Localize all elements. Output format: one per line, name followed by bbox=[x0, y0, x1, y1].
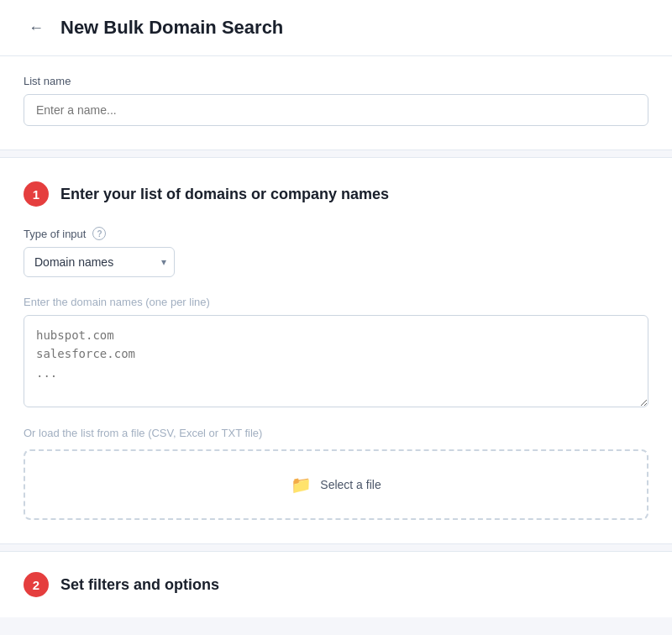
file-load-label: Or load the list from a file bbox=[24, 427, 145, 439]
input-type-label: Type of input bbox=[24, 228, 86, 240]
step1-section: 1 Enter your list of domains or company … bbox=[0, 157, 672, 544]
back-button[interactable]: ← bbox=[24, 18, 49, 39]
file-select-label: Select a file bbox=[320, 478, 381, 491]
page-title: New Bulk Domain Search bbox=[60, 17, 283, 39]
dropdown-wrapper: Domain names Company names ▾ bbox=[24, 247, 648, 277]
domain-names-label-row: Enter the domain names (one per line) bbox=[24, 296, 648, 308]
domain-names-qualifier: (one per line) bbox=[145, 296, 210, 308]
step1-header: 1 Enter your list of domains or company … bbox=[24, 181, 648, 207]
step2-title: Set filters and options bbox=[60, 576, 219, 594]
input-type-dropdown[interactable]: Domain names Company names bbox=[24, 247, 175, 277]
file-drop-zone[interactable]: 📁 Select a file bbox=[24, 449, 648, 520]
step2-header: 2 Set filters and options bbox=[24, 572, 648, 597]
list-name-label: List name bbox=[24, 75, 648, 87]
file-load-qualifier: (CSV, Excel or TXT file) bbox=[148, 427, 262, 439]
header-section: ← New Bulk Domain Search bbox=[0, 0, 672, 56]
input-type-row: Type of input ? bbox=[24, 227, 648, 240]
list-name-input[interactable] bbox=[24, 94, 648, 126]
folder-icon: 📁 bbox=[291, 475, 312, 495]
dropdown-container: Domain names Company names ▾ bbox=[24, 247, 175, 277]
help-icon[interactable]: ? bbox=[92, 227, 106, 240]
page-wrapper: ← New Bulk Domain Search List name 1 Ent… bbox=[0, 0, 672, 635]
file-load-label-row: Or load the list from a file (CSV, Excel… bbox=[24, 427, 648, 439]
step1-badge: 1 bbox=[24, 181, 49, 207]
step1-title: Enter your list of domains or company na… bbox=[60, 186, 389, 203]
domain-names-label: Enter the domain names bbox=[24, 296, 143, 308]
domain-names-textarea[interactable] bbox=[24, 315, 648, 407]
step2-section: 2 Set filters and options bbox=[0, 551, 672, 617]
list-name-section: List name bbox=[0, 56, 672, 150]
step2-badge: 2 bbox=[24, 572, 49, 597]
